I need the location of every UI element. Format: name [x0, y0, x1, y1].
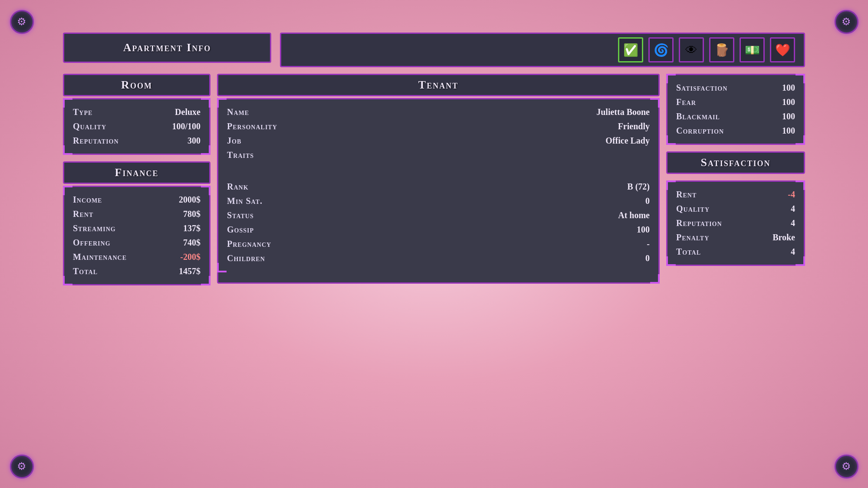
tenant-job-row: Job Office Lady: [227, 136, 650, 146]
stats-fear-label: Fear: [676, 97, 696, 107]
finance-rent-value: 780$: [183, 209, 201, 219]
tenant-status-label: Status: [227, 210, 254, 220]
corner-top-left: [4, 4, 39, 39]
room-section: Room Type Deluxe Quality 100/100 Rep: [63, 74, 210, 155]
satisfaction-header: Satisfaction: [666, 151, 805, 174]
satisfaction-label: Satisfaction: [701, 156, 771, 169]
heart-icon-btn[interactable]: ❤️: [770, 37, 795, 62]
tenant-gossip-row: Gossip 100: [227, 225, 650, 235]
sat-penalty-label: Penalty: [676, 233, 709, 242]
tenant-gossip-label: Gossip: [227, 225, 254, 235]
stats-blackmail-value: 100: [782, 111, 795, 121]
tenant-box-inner: Name Julietta Boone Personality Friendly…: [227, 107, 650, 263]
corner-gem-bl: [10, 455, 34, 478]
tenant-rank-value: B (72): [627, 182, 650, 192]
icons-panel: ✅ 🌀 👁 🪵 💵 ❤️: [280, 33, 805, 67]
tenant-box: Name Julietta Boone Personality Friendly…: [217, 98, 660, 284]
finance-total-value: 1457$: [179, 266, 201, 276]
sat-rent-row: Rent -4: [676, 190, 795, 200]
stats-corruption-label: Corruption: [676, 126, 724, 136]
finance-offering-label: Offering: [73, 238, 111, 248]
corner-top-right: [829, 4, 864, 39]
content-row: Room Type Deluxe Quality 100/100 Rep: [63, 74, 805, 285]
tenant-personality-value: Friendly: [618, 121, 650, 131]
right-column: Satisfaction 100 Fear 100 Blackmail 100 …: [666, 74, 805, 285]
corner-gem-tl: [10, 10, 34, 34]
tenant-status-value: At home: [618, 210, 650, 220]
finance-rent-label: Rent: [73, 209, 93, 219]
apartment-info-label: Apartment Info: [123, 41, 211, 54]
finance-streaming-label: Streaming: [73, 223, 116, 233]
finance-maintenance-label: Maintenance: [73, 252, 127, 262]
finance-offering-row: Offering 740$: [73, 238, 201, 248]
finance-label: Finance: [115, 166, 159, 179]
checkmark-icon-btn[interactable]: ✅: [618, 37, 643, 62]
top-row: Apartment Info ✅ 🌀 👁 🪵 💵 ❤️: [63, 33, 805, 67]
wood-icon-btn[interactable]: 🪵: [709, 37, 734, 62]
corner-gem-tr: [835, 10, 858, 34]
tenant-personality-row: Personality Friendly: [227, 121, 650, 131]
room-quality-label: Quality: [73, 121, 106, 131]
corner-bottom-right: [829, 449, 864, 484]
tenant-label: Tenant: [418, 79, 458, 91]
finance-income-row: Income 2000$: [73, 195, 201, 205]
tenant-name-row: Name Julietta Boone: [227, 107, 650, 117]
tenant-pregnancy-row: Pregnancy -: [227, 239, 650, 249]
apartment-info-header: Apartment Info: [63, 33, 271, 63]
room-reputation-label: Reputation: [73, 136, 119, 146]
tenant-children-label: Children: [227, 253, 265, 263]
eye-icon-btn[interactable]: 👁: [679, 37, 704, 62]
sat-rent-value: -4: [788, 190, 795, 200]
finance-income-value: 2000$: [179, 195, 201, 205]
stats-satisfaction-value: 100: [782, 83, 795, 93]
tenant-minsat-value: 0: [645, 196, 650, 206]
stats-fear-row: Fear 100: [676, 97, 795, 107]
sat-quality-label: Quality: [676, 204, 710, 214]
tenant-traits-row: Traits: [227, 150, 650, 160]
main-container: Apartment Info ✅ 🌀 👁 🪵 💵 ❤️ Room: [63, 33, 805, 455]
finance-total-label: Total: [73, 266, 98, 276]
sat-quality-row: Quality 4: [676, 204, 795, 214]
sat-rent-label: Rent: [676, 190, 697, 200]
sat-penalty-value: Broke: [773, 233, 795, 242]
finance-streaming-row: Streaming 137$: [73, 223, 201, 233]
room-header: Room: [63, 74, 210, 96]
room-type-value: Deluxe: [175, 107, 201, 117]
apartment-info-panel: Apartment Info: [63, 33, 271, 67]
finance-section: Finance Income 2000$ Rent 780$ Strea: [63, 161, 210, 285]
middle-column: Tenant Name Julietta Boone Personality F…: [217, 74, 660, 285]
tenant-minsat-label: Min Sat.: [227, 196, 263, 206]
sat-total-value: 4: [791, 247, 795, 257]
stats-fear-value: 100: [782, 97, 795, 107]
stats-box-inner: Satisfaction 100 Fear 100 Blackmail 100 …: [676, 83, 795, 136]
satisfaction-box-inner: Rent -4 Quality 4 Reputation 4 Penalty B…: [676, 190, 795, 257]
stats-corruption-value: 100: [782, 126, 795, 136]
stats-corruption-row: Corruption 100: [676, 126, 795, 136]
stats-blackmail-row: Blackmail 100: [676, 111, 795, 121]
room-label: Room: [121, 79, 152, 91]
tenant-pregnancy-value: -: [647, 239, 650, 249]
room-type-label: Type: [73, 107, 92, 117]
corner-bottom-left: [4, 449, 39, 484]
room-box-inner: Type Deluxe Quality 100/100 Reputation 3…: [73, 107, 201, 146]
room-reputation-value: 300: [187, 136, 201, 146]
finance-offering-value: 740$: [183, 238, 201, 248]
sat-reputation-label: Reputation: [676, 218, 722, 228]
sat-total-row: Total 4: [676, 247, 795, 257]
finance-box-inner: Income 2000$ Rent 780$ Streaming 137$: [73, 195, 201, 276]
tenant-rank-label: Rank: [227, 182, 249, 192]
room-reputation-row: Reputation 300: [73, 136, 201, 146]
stats-box: Satisfaction 100 Fear 100 Blackmail 100 …: [666, 74, 805, 145]
room-box: Type Deluxe Quality 100/100 Reputation 3…: [63, 98, 210, 155]
tenant-minsat-row: Min Sat. 0: [227, 196, 650, 206]
money-icon-btn[interactable]: 💵: [740, 37, 765, 62]
tenant-children-value: 0: [645, 253, 650, 263]
finance-header: Finance: [63, 161, 210, 184]
swirl-icon-btn[interactable]: 🌀: [648, 37, 674, 62]
satisfaction-box: Rent -4 Quality 4 Reputation 4 Penalty B…: [666, 180, 805, 266]
finance-income-label: Income: [73, 195, 102, 205]
sat-quality-value: 4: [791, 204, 795, 214]
stats-satisfaction-row: Satisfaction 100: [676, 83, 795, 93]
sat-total-label: Total: [676, 247, 701, 257]
tenant-header: Tenant: [217, 74, 660, 96]
